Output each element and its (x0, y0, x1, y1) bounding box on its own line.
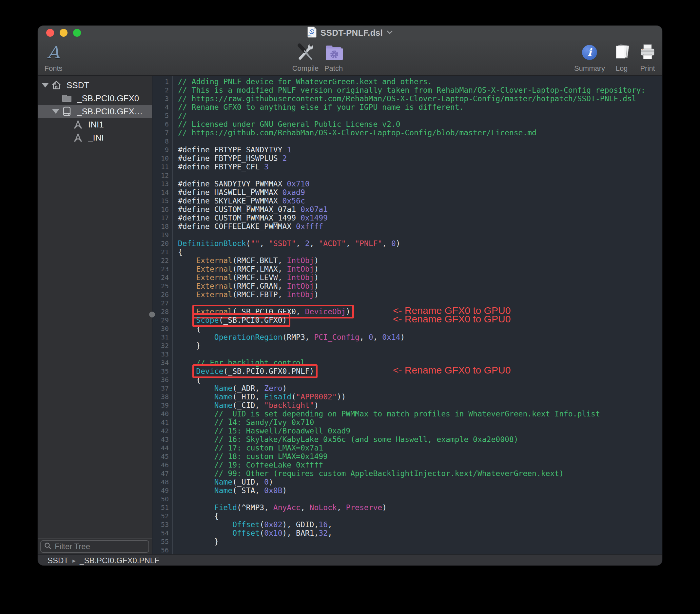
line-number: 39 (152, 401, 169, 410)
code-line[interactable]: #define CUSTOM_PWMMAX_1499 0x1499 (178, 214, 662, 222)
search-icon (44, 542, 51, 551)
line-number: 43 (152, 435, 169, 443)
code-line[interactable]: Offset(0x10), BAR1,32, (178, 529, 662, 537)
code-line[interactable]: External(RMCF.BKLT, IntObj) (178, 256, 662, 265)
code-line[interactable]: Scope(_SB.PCI0.GFX0)<- Rename GFX0 to GP… (178, 316, 662, 324)
tree-item-ssdt[interactable]: SSDT (38, 79, 152, 92)
fonts-button[interactable]: A Fonts (44, 42, 62, 73)
code-line[interactable]: #define SANDYIVY_PWMMAX 0x710 (178, 179, 662, 188)
pane-divider[interactable] (152, 76, 152, 554)
code-line[interactable]: Name(_CID, "backlight") (178, 401, 662, 410)
tree-item-label: _SB.PCI0.GFX0 (77, 93, 139, 103)
code-line[interactable]: #define SKYLAKE_PWMMAX 0x56c (178, 197, 662, 205)
code-line[interactable]: } (178, 341, 662, 350)
line-number: 40 (152, 410, 169, 418)
code-line[interactable]: // Adding PNLF device for WhateverGreen.… (178, 77, 662, 86)
patch-button[interactable]: Patch (324, 42, 343, 73)
filter-tree-input[interactable] (54, 542, 145, 551)
code-line[interactable]: // https://github.com/RehabMan/OS-X-Clov… (178, 128, 662, 137)
line-number: 35 (152, 367, 169, 375)
line-number: 11 (152, 163, 169, 171)
code-line[interactable]: #define FBTYPE_HSWPLUS 2 (178, 154, 662, 163)
document-icon: DSL (308, 26, 316, 39)
device-icon (62, 106, 72, 116)
compile-label: Compile (292, 64, 319, 73)
code-line[interactable] (178, 350, 662, 359)
code-line[interactable]: Name(_ADR, Zero) (178, 384, 662, 392)
code-line[interactable]: DefinitionBlock("", "SSDT", 2, "ACDT", "… (178, 239, 662, 248)
breadcrumb-leaf[interactable]: _SB.PCI0.GFX0.PNLF (80, 556, 159, 565)
code-line[interactable]: Name(_HID, EisaId("APP0002")) (178, 392, 662, 401)
code-line[interactable]: Name(_UID, 0) (178, 478, 662, 486)
code-line[interactable] (178, 231, 662, 239)
code-line[interactable]: #define FBTYPE_CFL 3 (178, 163, 662, 171)
zoom-button[interactable] (73, 29, 81, 37)
code-line[interactable]: // 99: Other (requires custom AppleBackl… (178, 469, 662, 478)
code-line[interactable]: Name(_STA, 0x0B) (178, 486, 662, 495)
line-number: 31 (152, 333, 169, 341)
code-line[interactable]: // 17: custom LMAX=0x7a1 (178, 443, 662, 452)
tree-item-label: _SB.PCI0.GFX… (77, 106, 143, 117)
code-line[interactable]: // https://raw.githubusercontent.com/Reh… (178, 95, 662, 103)
code-line[interactable]: { (178, 248, 662, 256)
summary-button[interactable]: i Summary (574, 42, 605, 73)
desktop: { "window": { "title": "SSDT-PNLF.dsl" }… (0, 0, 700, 614)
code-line[interactable]: External(RMCF.LEVW, IntObj) (178, 273, 662, 282)
code-line[interactable]: External(RMCF.FBTP, IntObj) (178, 290, 662, 299)
code-line[interactable] (178, 137, 662, 146)
breadcrumb-root[interactable]: SSDT (48, 556, 68, 565)
code-line[interactable]: // Licensed under GNU General Public Lic… (178, 120, 662, 128)
code-line[interactable]: Field(^RMP3, AnyAcc, NoLock, Preserve) (178, 503, 662, 512)
code-line[interactable]: // 15: Haswell/Broadwell 0xad9 (178, 427, 662, 435)
code-line[interactable]: Device(_SB.PCI0.GFX0.PNLF)<- Rename GFX0… (178, 367, 662, 375)
disclosure-triangle-icon[interactable] (42, 83, 49, 87)
filter-tree-field[interactable] (40, 540, 149, 553)
close-button[interactable] (46, 29, 54, 37)
line-number: 38 (152, 392, 169, 401)
home-icon (51, 80, 61, 90)
titlebar: DSL SSDT-PNLF.dsl (38, 26, 662, 40)
line-number: 36 (152, 375, 169, 384)
tree-item-ini1[interactable]: INI1 (38, 118, 152, 131)
tree-item-sb-pci0-gfx0-folder[interactable]: _SB.PCI0.GFX0 (38, 92, 152, 105)
code-line[interactable]: // _UID is set depending on PWMMax to ma… (178, 410, 662, 418)
disclosure-triangle-icon[interactable] (52, 109, 59, 114)
line-number: 17 (152, 214, 169, 222)
statusbar-breadcrumb: SSDT ▸ _SB.PCI0.GFX0.PNLF (38, 554, 662, 565)
code-line[interactable]: #define FBTYPE_SANDYIVY 1 (178, 146, 662, 154)
code-line[interactable]: #define HASWELL_PWMMAX 0xad9 (178, 188, 662, 197)
code-line[interactable]: // This is a modified PNLF version origi… (178, 86, 662, 95)
code-line[interactable]: // 19: CoffeeLake 0xffff (178, 461, 662, 469)
code-pane[interactable]: // Adding PNLF device for WhateverGreen.… (173, 76, 662, 554)
filter-row (38, 538, 152, 554)
code-line[interactable]: // (178, 111, 662, 120)
code-line[interactable]: // 14: Sandy/Ivy 0x710 (178, 418, 662, 427)
code-line[interactable]: External(RMCF.GRAN, IntObj) (178, 282, 662, 290)
code-line[interactable]: OperationRegion(RMP3, PCI_Config, 0, 0x1… (178, 333, 662, 341)
print-button[interactable]: Print (638, 42, 657, 73)
code-line[interactable]: { (178, 512, 662, 520)
divider-handle-dot[interactable] (149, 312, 155, 317)
minimize-button[interactable] (60, 29, 67, 37)
line-number: 3 (152, 95, 169, 103)
code-line[interactable]: External(RMCF.LMAX, IntObj) (178, 265, 662, 273)
main-content: SSDT _SB.PCI0.GFX0 (38, 76, 662, 554)
code-line[interactable]: #define COFFEELAKE_PWMMAX 0xffff (178, 222, 662, 231)
title-group[interactable]: DSL SSDT-PNLF.dsl (308, 26, 392, 39)
tree-item-sb-pci0-gfx0-device[interactable]: _SB.PCI0.GFX… (38, 105, 152, 118)
code-line[interactable]: // 18: custom LMAX=0x1499 (178, 452, 662, 461)
code-line[interactable]: // 16: Skylake/KabyLake 0x56c (and some … (178, 435, 662, 443)
code-line[interactable] (178, 171, 662, 179)
chevron-down-icon[interactable] (387, 30, 392, 36)
tree-item-ini[interactable]: _INI (38, 131, 152, 144)
code-editor[interactable]: 1234567891011121314151617181920212223242… (152, 76, 662, 554)
code-line[interactable]: Offset(0x02), GDID,16, (178, 520, 662, 529)
line-number: 7 (152, 128, 169, 137)
code-line[interactable]: } (178, 537, 662, 546)
log-button[interactable]: Log (612, 42, 631, 73)
code-line[interactable] (178, 546, 662, 554)
code-line[interactable] (178, 495, 662, 503)
code-line[interactable]: // Rename GFX0 to anything else if your … (178, 103, 662, 111)
code-line[interactable]: #define CUSTOM_PWMMAX_07a1 0x07a1 (178, 205, 662, 214)
compile-button[interactable]: Compile (292, 42, 319, 73)
